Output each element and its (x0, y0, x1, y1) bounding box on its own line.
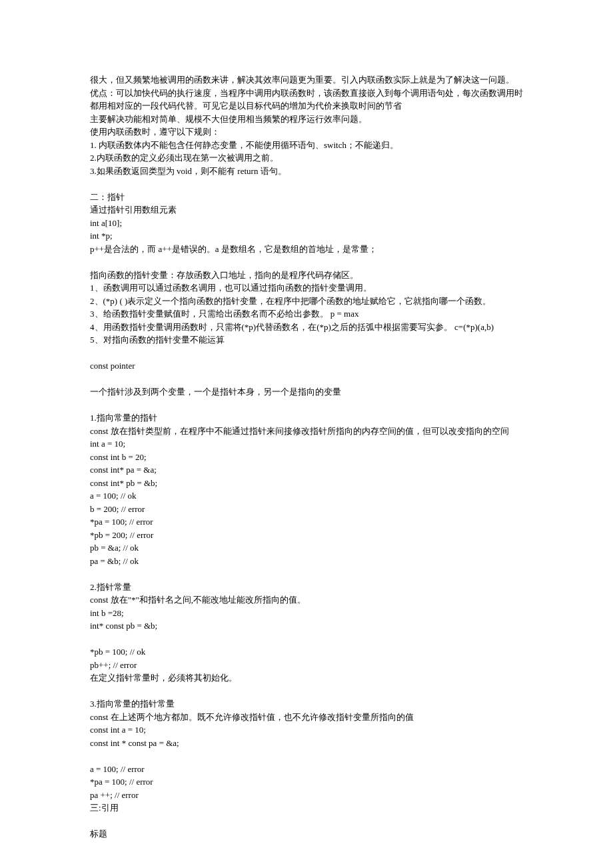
text-line: pb++; // error (90, 659, 523, 672)
text-line: pa ++; // error (90, 789, 523, 802)
text-line: 通过指针引用数组元素 (90, 203, 523, 217)
text-line: pb = &a; // ok (90, 541, 523, 555)
text-line: 主要解决功能相对简单、规模不大但使用相当频繁的程序运行效率问题。 (90, 113, 523, 126)
text-line: const int a = 10; (90, 723, 523, 737)
text-line: 二：指针 (90, 191, 523, 204)
text-line: 一个指针涉及到两个变量，一个是指针本身，另一个是指向的变量 (90, 385, 523, 399)
text-line: *pa = 100; // error (90, 515, 523, 529)
text-line: 在定义指针常量时，必须将其初始化。 (90, 671, 523, 685)
text-line: int a[10]; (90, 217, 523, 230)
text-line: 指向函数的指针变量：存放函数入口地址，指向的是程序代码存储区。 (90, 269, 523, 282)
text-line: *pb = 100; // ok (90, 645, 523, 659)
text-line: 优点：可以加快代码的执行速度，当程序中调用内联函数时，该函数直接嵌入到每个调用语… (90, 87, 523, 113)
text-line: 1. 内联函数体内不能包含任何静态变量，不能使用循环语句、switch；不能递归… (90, 139, 523, 152)
text-line: const pointer (90, 359, 523, 373)
blank-line (90, 685, 523, 698)
blank-line (90, 347, 523, 360)
text-line: 2.内联函数的定义必须出现在第一次被调用之前。 (90, 151, 523, 165)
text-line: 3.指向常量的指针常量 (90, 697, 523, 711)
text-line: *pa = 100; // error (90, 775, 523, 789)
text-line: const int * const pa = &a; (90, 737, 523, 750)
text-line: 标题 (90, 827, 523, 841)
text-line: 3、给函数指针变量赋值时，只需给出函数名而不必给出参数。 p = max (90, 307, 523, 321)
text-line: pa = &b; // ok (90, 555, 523, 568)
text-line: *pb = 200; // error (90, 529, 523, 542)
document-page: 很大，但又频繁地被调用的函数来讲，解决其效率问题更为重要。引入内联函数实际上就是… (0, 0, 613, 867)
blank-line (90, 633, 523, 646)
text-line: 三:引用 (90, 801, 523, 815)
text-line: int *p; (90, 229, 523, 243)
blank-line (90, 373, 523, 386)
text-line: const 在上述两个地方都加。既不允许修改指针值，也不允许修改指针变量所指向的… (90, 711, 523, 724)
text-line: b = 200; // error (90, 503, 523, 516)
text-line: p++是合法的，而 a++是错误的。a 是数组名，它是数组的首地址，是常量； (90, 243, 523, 256)
text-line: a = 100; // ok (90, 489, 523, 503)
blank-line (90, 567, 523, 581)
text-line: a = 100; // error (90, 763, 523, 776)
blank-line (90, 177, 523, 191)
text-line: 1.指向常量的指针 (90, 411, 523, 425)
text-line: 4、用函数指针变量调用函数时，只需将(*p)代替函数名，在(*p)之后的括弧中根… (90, 321, 523, 334)
blank-line (90, 815, 523, 828)
blank-line (90, 749, 523, 763)
text-line: const int* pa = &a; (90, 463, 523, 477)
text-line: const int* pb = &b; (90, 477, 523, 490)
text-line: const 放在"*"和指针名之间,不能改地址能改所指向的值。 (90, 593, 523, 607)
blank-line (90, 255, 523, 269)
text-line: 2.指针常量 (90, 581, 523, 594)
text-line: int a = 10; (90, 437, 523, 451)
text-line: 使用内联函数时，遵守以下规则： (90, 125, 523, 139)
text-line: int b =28; (90, 607, 523, 620)
text-line: 5、对指向函数的指针变量不能运算 (90, 333, 523, 347)
blank-line (90, 399, 523, 412)
text-line: int* const pb = &b; (90, 619, 523, 633)
text-line: 3.如果函数返回类型为 void，则不能有 return 语句。 (90, 165, 523, 178)
text-line: 2、(*p) ( )表示定义一个指向函数的指针变量，在程序中把哪个函数的地址赋给… (90, 295, 523, 308)
text-line: 1、函数调用可以通过函数名调用，也可以通过指向函数的指针变量调用。 (90, 281, 523, 295)
text-line: const int b = 20; (90, 451, 523, 464)
text-line: const 放在指针类型前，在程序中不能通过指针来间接修改指针所指向的内存空间的… (90, 425, 523, 438)
text-line: 很大，但又频繁地被调用的函数来讲，解决其效率问题更为重要。引入内联函数实际上就是… (90, 73, 523, 87)
